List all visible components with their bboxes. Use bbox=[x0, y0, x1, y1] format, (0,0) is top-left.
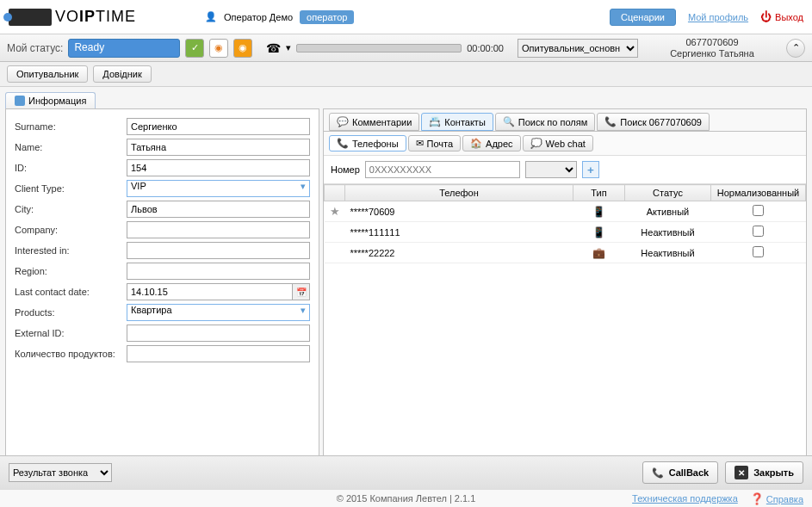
name-label: Name: bbox=[15, 142, 127, 152]
chat-icon: 💭 bbox=[530, 138, 542, 149]
home-icon: 🏠 bbox=[470, 138, 482, 149]
col-normalized: Нормализованный bbox=[711, 185, 806, 201]
phone-cell: *****111111 bbox=[345, 222, 573, 243]
interested-label: Interested in: bbox=[15, 245, 127, 256]
sub-nav: Опитувальник Довідник bbox=[0, 62, 812, 87]
phone-search-icon: 📞 bbox=[604, 116, 617, 127]
call-section: ☎ ▾ 00:00:00 bbox=[266, 41, 504, 55]
city-input[interactable] bbox=[127, 201, 310, 218]
help-link[interactable]: Справка bbox=[766, 494, 803, 504]
tab-label: Информация bbox=[28, 96, 86, 106]
right-tabs: 💬Комментарии 📇Контакты 🔍Поиск по полям 📞… bbox=[324, 109, 806, 132]
close-button[interactable]: ✕Закрыть bbox=[725, 461, 803, 484]
phone-cell: *****70609 bbox=[345, 201, 573, 222]
customer-info: 0677070609 Сергиенко Татьяна bbox=[643, 37, 781, 59]
help-icon: ❓ bbox=[750, 492, 764, 505]
calendar-icon[interactable]: 📅 bbox=[293, 283, 310, 300]
company-input[interactable] bbox=[127, 221, 310, 238]
surname-input[interactable] bbox=[127, 118, 310, 135]
status-away-icon[interactable]: ◉ bbox=[233, 39, 252, 58]
close-icon: ✕ bbox=[735, 466, 748, 479]
tab-information[interactable]: Информация bbox=[5, 92, 96, 108]
subtab-mail[interactable]: ✉Почта bbox=[408, 135, 462, 151]
normalized-checkbox[interactable] bbox=[753, 226, 764, 237]
id-input[interactable] bbox=[127, 159, 310, 176]
status-cell: Неактивный bbox=[625, 222, 711, 243]
copyright-bar: © 2015 Компания Левтел | 2.1.1 Техническ… bbox=[0, 489, 812, 507]
subtab-phones[interactable]: 📞Телефоны bbox=[329, 135, 406, 151]
region-label: Region: bbox=[15, 266, 127, 276]
phone-table: Телефон Тип Статус Нормализованный ★****… bbox=[324, 184, 806, 474]
profile-link[interactable]: Мой профиль bbox=[688, 12, 748, 22]
surname-label: Surname: bbox=[15, 121, 127, 132]
contact-subtabs: 📞Телефоны ✉Почта 🏠Адрес 💭Web chat bbox=[324, 132, 806, 156]
subtab-webchat[interactable]: 💭Web chat bbox=[523, 135, 593, 151]
operator-name: Оператор Демо bbox=[224, 12, 293, 22]
add-number-button[interactable]: + bbox=[582, 161, 599, 178]
interested-input[interactable] bbox=[127, 242, 310, 259]
table-row[interactable]: *****22222💼Неактивный bbox=[325, 243, 806, 263]
operator-role-badge: оператор bbox=[300, 10, 354, 24]
subtab-address[interactable]: 🏠Адрес bbox=[462, 135, 521, 151]
power-icon: ⏻ bbox=[760, 10, 772, 23]
client-type-label: Client Type: bbox=[15, 183, 127, 194]
main-tab-strip: Информация bbox=[0, 87, 812, 108]
header-center: 👤 Оператор Демо оператор bbox=[205, 10, 610, 24]
mail-icon: ✉ bbox=[416, 138, 424, 149]
status-ready-icon[interactable]: ✓ bbox=[185, 39, 204, 58]
tab-phone-search[interactable]: 📞Поиск 0677070609 bbox=[597, 113, 710, 131]
type-icon: 📱 bbox=[592, 226, 605, 238]
table-row[interactable]: *****111111📱Неактивный bbox=[325, 222, 806, 243]
external-id-input[interactable] bbox=[127, 325, 310, 342]
call-timer: 00:00:00 bbox=[467, 43, 504, 53]
info-icon bbox=[15, 96, 25, 106]
last-contact-input[interactable] bbox=[127, 283, 293, 300]
status-select[interactable]: Ready bbox=[68, 39, 180, 58]
product-count-input[interactable] bbox=[127, 345, 310, 362]
type-icon: 💼 bbox=[592, 247, 605, 259]
status-bar: Мой статус: Ready ✓ ◉ ◉ ☎ ▾ 00:00:00 Опи… bbox=[0, 34, 812, 62]
status-cell: Неактивный bbox=[625, 243, 711, 263]
tab-contacts[interactable]: 📇Контакты bbox=[421, 113, 493, 131]
number-label: Номер bbox=[331, 164, 360, 175]
last-contact-label: Last contact date: bbox=[15, 287, 127, 297]
logo: VOIPTIME bbox=[9, 8, 136, 26]
region-input[interactable] bbox=[127, 263, 310, 280]
col-status: Статус bbox=[625, 185, 711, 201]
normalized-checkbox[interactable] bbox=[753, 205, 764, 216]
expand-button[interactable]: ⌃ bbox=[786, 39, 805, 58]
products-select[interactable]: Квартира bbox=[127, 304, 310, 321]
scenarios-button[interactable]: Сценарии bbox=[610, 9, 676, 26]
call-progress-bar bbox=[296, 44, 462, 53]
main-content: Surname: Name: ID: Client Type:VIP City:… bbox=[0, 108, 812, 479]
client-type-select[interactable]: VIP bbox=[127, 180, 310, 197]
tab-field-search[interactable]: 🔍Поиск по полям bbox=[495, 113, 595, 131]
form-panel: Surname: Name: ID: Client Type:VIP City:… bbox=[5, 108, 319, 475]
directory-tab-button[interactable]: Довідник bbox=[93, 65, 151, 83]
number-entry-row: Номер + bbox=[324, 156, 806, 184]
chevron-down-icon[interactable]: ▾ bbox=[286, 42, 291, 53]
number-input[interactable] bbox=[365, 161, 520, 178]
type-icon: 📱 bbox=[592, 206, 605, 218]
footer: Результат звонка 📞CallBack ✕Закрыть © 20… bbox=[0, 455, 812, 507]
number-type-select[interactable] bbox=[525, 161, 577, 178]
col-phone: Телефон bbox=[345, 185, 573, 201]
contacts-panel: 💬Комментарии 📇Контакты 🔍Поиск по полям 📞… bbox=[323, 108, 807, 475]
customer-phone: 0677070609 bbox=[643, 37, 781, 48]
name-input[interactable] bbox=[127, 139, 310, 156]
call-result-select[interactable]: Результат звонка bbox=[9, 463, 112, 482]
logout-link[interactable]: ⏻ Выход bbox=[760, 10, 803, 23]
logo-mark-icon bbox=[9, 9, 52, 26]
support-link[interactable]: Техническая поддержка bbox=[632, 493, 738, 504]
callback-button[interactable]: 📞CallBack bbox=[642, 461, 718, 484]
action-bar: Результат звонка 📞CallBack ✕Закрыть bbox=[0, 455, 812, 489]
search-icon: 🔍 bbox=[503, 116, 515, 127]
status-pause-icon[interactable]: ◉ bbox=[209, 39, 228, 58]
person-icon: 👤 bbox=[205, 11, 217, 22]
survey-select[interactable]: Опитувальник_основн bbox=[518, 39, 638, 58]
table-row[interactable]: ★*****70609📱Активный bbox=[325, 201, 806, 222]
survey-tab-button[interactable]: Опитувальник bbox=[7, 65, 88, 83]
normalized-checkbox[interactable] bbox=[753, 246, 764, 257]
star-icon: ★ bbox=[330, 205, 340, 218]
tab-comments[interactable]: 💬Комментарии bbox=[329, 113, 419, 131]
